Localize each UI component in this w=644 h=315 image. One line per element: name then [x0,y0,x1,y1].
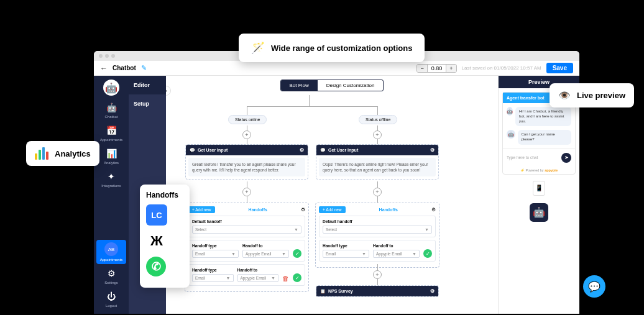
node-user-input-left[interactable]: 💬Get User Input⚙ Great! Before I transfe… [185,144,308,180]
titlebar: ← Chatbot ✎ − 0.80 + Last saved on 01/05… [94,61,579,76]
zoom-in[interactable]: + [446,65,456,72]
callout-customization: 🪄 Wide range of customization options [239,34,425,62]
sidebar-rail: 🤖 🤖Chatbot 📅Appointments 📊Analytics ✦Int… [94,76,129,314]
tab-editor[interactable]: Editor [129,76,166,94]
chatbot-icon: 🤖 [106,102,117,113]
rail-integrations[interactable]: ✦Integrations [94,168,129,190]
bot-badge[interactable]: 🤖 [530,203,548,222]
gear-icon[interactable]: ⚙ [300,147,304,153]
check-icon: ✓ [293,273,301,282]
analytics-card: Analytics [26,141,99,166]
logout-icon: ⏻ [106,291,117,302]
tab-setup[interactable]: Setup [129,94,166,113]
integrations-icon: ✦ [106,171,117,182]
handoffs-title: Handoffs [146,191,183,199]
node-message: Oops! There's no agent online right now!… [319,158,436,176]
add-node-right-3[interactable]: + [373,270,382,279]
rail-settings[interactable]: ⚙Settings [94,265,129,287]
handoff-card-right[interactable]: + Add new Handoffs ⚙ Default handoff Sel… [315,203,439,268]
to-select[interactable]: Appypie Email▼ [242,250,289,258]
node-nps[interactable]: 📋NPS Survey⚙ [316,285,439,297]
check-icon: ✓ [423,249,432,258]
to-select-2[interactable]: Appypie Email▼ [237,274,279,282]
ab-icon: AB [104,242,118,256]
gear-icon: ⚙ [106,268,117,279]
bot-avatar-icon: 🤖 [507,130,515,139]
check-icon: ✓ [293,249,301,258]
calendar-icon: 📅 [106,125,117,136]
callout-text: Wide range of customization options [271,43,412,53]
gear-icon[interactable]: ⚙ [430,147,435,153]
handoffs-card: Handoffs LC Ж ✆ [140,185,190,288]
add-node-left-2[interactable]: + [242,188,251,196]
zoom-value: 0.80 [428,65,446,72]
node-message: Great! Before I transfer you to an agent… [188,158,305,176]
chat-icon: 💬 [190,148,195,153]
type-select-2[interactable]: Email▼ [192,274,234,282]
add-node-right-2[interactable]: + [373,188,382,196]
rail-appointments[interactable]: 📅Appointments [94,122,129,144]
chart-icon: 📊 [106,148,117,159]
chat-message: 🤖 Can I get your name please? [507,130,571,145]
zendesk-icon: Ж [146,231,167,252]
node-status-offline[interactable]: Status offline [359,115,397,124]
flow-canvas[interactable]: ‹ Bot Flow Design Customization Status o… [166,76,499,314]
live-preview-label: Live preview [577,91,625,100]
canvas-tabs: Bot Flow Design Customization [280,80,384,91]
edit-icon[interactable]: ✎ [141,64,147,72]
whatsapp-icon: ✆ [146,257,166,276]
rail-chatbot[interactable]: 🤖Chatbot [94,99,129,121]
add-node-left[interactable]: + [242,130,251,139]
eye-icon: 👁️ [558,89,571,101]
handoffs-label: Handoffs [249,208,267,212]
chat-icon: 💬 [320,148,326,153]
to-select[interactable]: Appypie Email▼ [373,250,420,258]
node-user-input-right[interactable]: 💬Get User Input⚙ Oops! There's no agent … [316,144,439,180]
page-title: Chatbot [113,65,136,71]
save-button[interactable]: Save [546,63,573,73]
preview-panel: Preview Agent transfer bot 🤖 Hi! I am Ch… [499,76,579,314]
default-select[interactable]: Select▼ [323,226,432,234]
add-node-right[interactable]: + [373,130,382,139]
bot-avatar-icon: 🤖 [507,107,513,116]
chat-message: 🤖 Hi! I am Chatbot, a friendly bot, and … [507,107,571,126]
chat-fab[interactable]: 💬 [583,275,605,298]
node-status-online[interactable]: Status online [228,115,267,124]
tab-bot-flow[interactable]: Bot Flow [281,80,318,91]
handoffs-label: Handoffs [379,208,398,212]
default-select[interactable]: Select▼ [192,226,301,234]
trash-icon[interactable]: 🗑 [282,275,289,282]
app-logo[interactable]: 🤖 [103,80,119,96]
send-icon[interactable]: ➤ [561,153,571,163]
gear-icon[interactable]: ⚙ [301,207,305,212]
rail-appointments-ab[interactable]: ABAppointments [96,240,126,264]
tab-design[interactable]: Design Customization [318,80,384,91]
gear-icon[interactable]: ⚙ [431,207,436,212]
gear-icon[interactable]: ⚙ [430,288,435,294]
livechat-icon: LC [146,204,167,226]
back-icon[interactable]: ← [100,64,108,73]
handoff-card-left[interactable]: + Add new Handoffs ⚙ Default handoff Sel… [185,203,309,292]
last-saved: Last saved on 01/05/2022 10:57 AM [462,65,541,71]
chat-input[interactable]: Type here to chat [507,155,538,160]
live-preview-card: 👁️ Live preview [550,83,634,107]
add-new-button[interactable]: + Add new [188,206,215,213]
analytics-label: Analytics [55,149,91,158]
type-select[interactable]: Email▼ [192,250,239,258]
powered-by: ⚡ Powered by appypie [503,167,575,174]
rail-logout[interactable]: ⏻Logout [94,288,129,310]
survey-icon: 📋 [320,289,326,294]
zoom-control: − 0.80 + [416,64,456,73]
wand-icon: 🪄 [251,41,265,55]
type-select[interactable]: Email▼ [323,250,369,258]
device-toggle[interactable]: 📱 [533,181,545,196]
analytics-icon [35,147,48,160]
add-new-button[interactable]: + Add new [319,206,346,213]
zoom-out[interactable]: − [417,65,427,72]
